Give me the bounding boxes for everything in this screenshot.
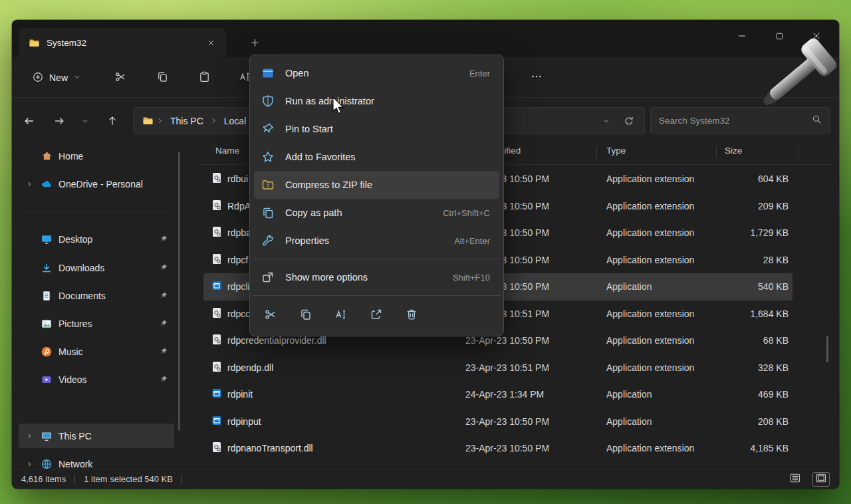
file-modified: 23-Apr-23 10:50 PM [465, 443, 549, 453]
file-list-scrollbar[interactable] [826, 336, 828, 362]
dll-file-icon [211, 441, 222, 455]
open-icon [261, 66, 275, 80]
app-file-icon [211, 415, 222, 428]
dll-file-icon [211, 307, 222, 320]
sidebar-item-downloads[interactable]: Downloads [19, 255, 174, 280]
cut-button[interactable] [107, 66, 134, 90]
address-dropdown-button[interactable] [596, 111, 616, 131]
menu-item-open[interactable]: Open Enter [254, 59, 499, 87]
sidebar-scrollbar[interactable] [178, 152, 180, 431]
copy-button[interactable] [294, 304, 318, 328]
status-divider [74, 475, 75, 484]
file-type: Application [606, 389, 652, 400]
menu-item-pin-to-start[interactable]: Pin to Start [254, 115, 499, 143]
rename-button[interactable] [329, 304, 353, 328]
share-button[interactable] [364, 304, 388, 328]
file-name: rdpnanoTransport.dll [227, 443, 313, 453]
chevron-right-icon [210, 116, 217, 126]
folder-icon [28, 37, 40, 49]
status-bar: 4,616 items 1 item selected 540 KB [12, 469, 839, 489]
documents-icon [41, 290, 53, 302]
menu-item-copy-as-path[interactable]: Copy as path Ctrl+Shift+C [254, 199, 499, 227]
file-row[interactable]: rdpinput 23-Apr-23 10:50 PM Application … [203, 408, 792, 436]
sidebar-item-pictures[interactable]: Pictures [19, 311, 174, 336]
forward-button[interactable] [48, 110, 70, 132]
file-size: 28 KB [669, 255, 789, 265]
onedrive-icon [41, 178, 53, 190]
file-size: 1,684 KB [669, 309, 789, 319]
file-modified: 24-Apr-23 1:34 PM [465, 389, 544, 400]
see-more-button[interactable] [523, 66, 550, 90]
paste-button[interactable] [191, 66, 217, 90]
file-row[interactable]: rdpinit 24-Apr-23 1:34 PM Application 46… [203, 381, 792, 408]
dll-file-icon [211, 253, 222, 267]
cut-icon [264, 308, 277, 324]
recent-locations-button[interactable] [76, 110, 94, 132]
menu-item-compress-to-zip[interactable]: Compress to ZIP file [254, 171, 499, 199]
column-divider[interactable] [716, 146, 717, 158]
thumbnail-view-button[interactable] [812, 472, 830, 487]
copy-button[interactable] [149, 66, 176, 90]
show-more-icon [261, 271, 275, 284]
music-icon [41, 346, 53, 358]
chevron-down-icon [73, 72, 81, 83]
dll-file-icon [211, 172, 222, 186]
cut-button[interactable] [259, 304, 283, 328]
downloads-icon [41, 262, 53, 274]
file-row[interactable]: rdpendp.dll 23-Apr-23 10:51 PM Applicati… [203, 354, 792, 382]
titlebar: System32 [12, 20, 839, 57]
sidebar-item-this-pc[interactable]: This PC [19, 424, 174, 448]
breadcrumb-this-pc[interactable]: This PC [166, 113, 207, 129]
explorer-tab[interactable]: System32 [19, 28, 226, 57]
menu-item-show-more-options[interactable]: Show more options Shift+F10 [254, 263, 499, 291]
file-size: 4,185 KB [669, 443, 789, 453]
menu-divider [253, 259, 501, 259]
sidebar-item-onedrive[interactable]: OneDrive - Personal [19, 172, 174, 196]
mouse-cursor [332, 96, 347, 119]
new-button[interactable]: New [24, 66, 89, 90]
menu-item-add-to-favorites[interactable]: Add to Favorites [254, 143, 499, 171]
column-header-type[interactable]: Type [606, 146, 626, 156]
new-tab-button[interactable] [245, 33, 265, 52]
column-divider[interactable] [596, 146, 597, 158]
sidebar-item-desktop[interactable]: Desktop [19, 227, 174, 251]
file-name: rdpendp.dll [227, 362, 273, 373]
file-modified: 23-Apr-23 10:50 PM [465, 335, 549, 346]
network-icon [41, 458, 53, 470]
context-menu: Open Enter Run as administrator Pin to S… [249, 55, 504, 336]
delete-button[interactable] [400, 304, 424, 328]
home-icon [41, 150, 53, 162]
desktop: System32 [0, 0, 851, 504]
details-view-button[interactable] [787, 472, 804, 487]
folder-icon [142, 115, 154, 126]
file-modified: 23-Apr-23 10:50 PM [465, 416, 549, 427]
paste-icon [198, 70, 211, 86]
dll-file-icon [211, 226, 222, 240]
chevron-right-icon[interactable] [24, 180, 35, 188]
file-row[interactable]: rdpnanoTransport.dll 23-Apr-23 10:50 PM … [203, 435, 792, 462]
sidebar-item-music[interactable]: Music [19, 339, 174, 364]
chevron-right-icon[interactable] [24, 460, 35, 468]
star-icon [261, 150, 275, 164]
column-header-size[interactable]: Size [725, 146, 742, 156]
menu-item-run-as-administrator[interactable]: Run as administrator [254, 87, 499, 115]
column-divider[interactable] [798, 146, 798, 158]
sidebar-item-documents[interactable]: Documents [19, 283, 174, 308]
file-type: Application [606, 416, 652, 427]
app-file-icon [211, 388, 222, 401]
file-size: 1,729 KB [669, 227, 789, 238]
pin-icon [261, 122, 275, 136]
file-name: rdpcf [227, 255, 248, 265]
tab-close-icon[interactable] [202, 34, 219, 51]
menu-item-properties[interactable]: Properties Alt+Enter [254, 227, 499, 255]
sidebar-item-videos[interactable]: Videos [19, 367, 174, 392]
column-header-name[interactable]: Name [215, 146, 239, 156]
chevron-right-icon[interactable] [24, 432, 35, 440]
navigation-pane: Home OneDrive - Personal Desktop [12, 140, 185, 469]
sidebar-item-home[interactable]: Home [19, 144, 174, 168]
refresh-button[interactable] [619, 111, 639, 131]
file-modified: 23-Apr-23 10:51 PM [465, 362, 549, 373]
back-button[interactable] [18, 110, 41, 132]
file-name: rdpcredentialprovider.dll [227, 335, 326, 346]
up-button[interactable] [101, 110, 124, 132]
